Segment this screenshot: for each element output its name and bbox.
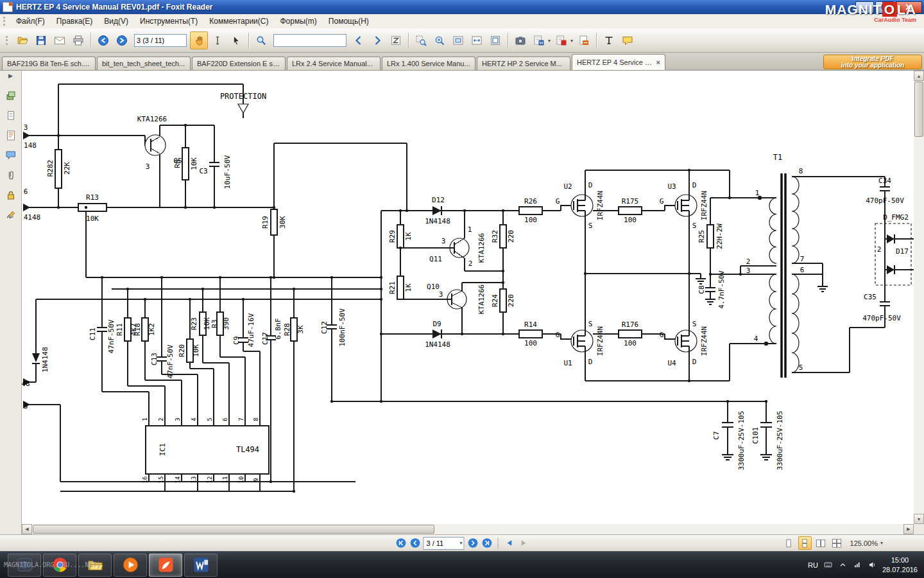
menu-forms[interactable]: Формы(m) — [274, 15, 322, 28]
scroll-down-button[interactable]: ▼ — [914, 514, 924, 524]
convert-to-word-button[interactable]: ▾ — [530, 31, 548, 49]
arrow-left-blue-button[interactable] — [504, 538, 515, 549]
document-tab-4[interactable]: LRx 1.400 Service Manu... — [382, 57, 475, 70]
tray-clock[interactable]: 15:0028.07.2016 — [882, 556, 918, 575]
taskbar-media-player-icon[interactable] — [114, 554, 147, 577]
document-tab-1[interactable]: bit_ten_tech_sheet_tech... — [97, 57, 191, 70]
ad-banner[interactable]: Integrate PDF into your application — [823, 55, 922, 69]
tray-keyboard-icon[interactable] — [823, 560, 833, 570]
tray-expand-icon[interactable] — [838, 560, 848, 570]
save-button[interactable] — [32, 31, 50, 49]
actual-size-button[interactable] — [449, 31, 467, 49]
nav-first-button[interactable] — [395, 538, 406, 549]
schematic-label: IC1 — [158, 443, 167, 456]
horizontal-scroll-thumb[interactable] — [33, 525, 434, 534]
taskbar-explorer-icon[interactable] — [78, 554, 112, 577]
dropdown-caret-icon[interactable]: ▾ — [570, 38, 573, 44]
select-annotation-button[interactable] — [227, 31, 245, 49]
page-display-input[interactable] — [134, 34, 187, 47]
sidebar-signature-icon[interactable] — [4, 208, 18, 222]
schematic-label: U2 — [563, 182, 572, 191]
zoom-level[interactable]: 125.00% — [850, 539, 878, 547]
menu-file[interactable]: Файл(F) — [10, 15, 51, 28]
schematic-label: 1K2 — [148, 323, 156, 336]
schematic-label: 7 — [800, 255, 805, 263]
find-next-button[interactable] — [368, 31, 386, 49]
create-pdf-button[interactable] — [575, 31, 593, 49]
sidebar-attachments-icon[interactable] — [4, 168, 18, 182]
previous-view-button[interactable] — [94, 31, 112, 49]
document-tab-6[interactable]: HERTZ EP 4 Service Ma...× — [572, 54, 665, 70]
scroll-up-button[interactable]: ▲ — [914, 71, 924, 81]
sidebar-comments-icon[interactable] — [4, 128, 18, 143]
loupe-button[interactable] — [431, 31, 449, 49]
nav-prev-button[interactable] — [409, 538, 420, 549]
vertical-scroll-thumb[interactable] — [914, 82, 923, 137]
page-caret-icon[interactable]: ▾ — [459, 540, 462, 546]
tray-volume-icon[interactable] — [868, 560, 877, 570]
typewriter-button[interactable] — [600, 31, 618, 49]
taskbar-foxit-reader-icon[interactable] — [149, 554, 182, 577]
document-tab-3[interactable]: LRx 2.4 Service Manual... — [287, 57, 381, 70]
zoom-caret-icon[interactable]: ▾ — [880, 540, 883, 546]
layout-facing-button[interactable] — [814, 536, 828, 550]
layout-cont-facing-button[interactable] — [830, 536, 844, 550]
menu-comments[interactable]: Комментарии(C) — [203, 15, 274, 28]
taskbar-app-1-icon[interactable] — [8, 554, 41, 577]
select-text-button[interactable] — [209, 31, 227, 49]
hand-tool-button[interactable] — [190, 31, 208, 49]
sidebar-expand-button[interactable]: ▶ — [0, 71, 21, 83]
arrow-right-gray-button[interactable] — [518, 538, 529, 549]
schematic-label: 1N4148 — [41, 347, 49, 372]
fit-page-button[interactable] — [486, 31, 504, 49]
scroll-right-button[interactable]: ▶ — [903, 524, 914, 534]
note-comment-button[interactable] — [619, 31, 637, 49]
tab-label: bit_ten_tech_sheet_tech... — [102, 60, 185, 67]
pdf-canvas[interactable]: KTA1266Q53R28222KR810KC310uF-50VPROTECTI… — [22, 71, 914, 524]
schematic-label: D — [588, 181, 593, 189]
document-tab-5[interactable]: HERTZ HP 2 Service M... — [477, 57, 570, 70]
search-input[interactable] — [273, 34, 346, 47]
horizontal-scrollbar[interactable]: ◀ ▶ — [22, 524, 914, 534]
nav-next-button[interactable] — [467, 538, 479, 549]
document-tab-0[interactable]: BAF219G Bit Ten-E sch.... — [2, 57, 96, 70]
menu-tools[interactable]: Инструменты(T) — [134, 15, 203, 28]
sidebar-security-icon[interactable] — [4, 188, 18, 202]
layout-single-button[interactable] — [782, 536, 796, 550]
schematic-label: 10 — [238, 477, 244, 484]
tray-network-icon[interactable] — [853, 560, 862, 570]
taskbar-chrome-icon[interactable] — [43, 554, 76, 577]
nav-last-button[interactable] — [481, 538, 493, 549]
open-button[interactable] — [13, 31, 31, 49]
tray-language[interactable]: RU — [808, 561, 818, 569]
scroll-left-button[interactable]: ◀ — [22, 524, 32, 534]
menu-help[interactable]: Помощь(H) — [323, 15, 375, 28]
schematic-label: R25 — [697, 230, 706, 243]
taskbar-word-icon[interactable] — [184, 554, 218, 577]
find-button[interactable] — [252, 31, 270, 49]
schematic-label: 148 — [24, 141, 37, 150]
dropdown-caret-icon[interactable]: ▾ — [548, 38, 551, 44]
convert-to-pdf-button[interactable]: ▾ — [552, 31, 570, 49]
sidebar-layers-icon[interactable] — [4, 89, 18, 103]
schematic-label: R24 — [491, 294, 499, 307]
menu-edit[interactable]: Правка(E) — [51, 15, 99, 28]
snapshot-button[interactable] — [511, 31, 529, 49]
next-view-button[interactable] — [113, 31, 131, 49]
schematic-label: IRFZ44N — [596, 326, 604, 356]
schematic-label: 1 — [755, 189, 760, 197]
fit-width-button[interactable] — [468, 31, 486, 49]
menu-view[interactable]: Вид(V) — [98, 15, 134, 28]
tab-close-icon[interactable]: × — [656, 58, 660, 66]
find-previous-button[interactable] — [350, 31, 368, 49]
sidebar-chat-icon[interactable] — [4, 148, 18, 162]
email-button[interactable] — [51, 31, 69, 49]
statusbar-page-input[interactable] — [425, 539, 459, 548]
layout-continuous-button[interactable] — [798, 536, 812, 550]
document-tab-2[interactable]: BAF220D Extension E sc... — [192, 57, 286, 70]
export-button[interactable] — [387, 31, 405, 49]
sidebar-pages-icon[interactable] — [4, 109, 18, 123]
vertical-scrollbar[interactable]: ▲ ▼ — [914, 71, 924, 524]
print-button[interactable] — [69, 31, 87, 49]
marquee-zoom-button[interactable] — [412, 31, 430, 49]
